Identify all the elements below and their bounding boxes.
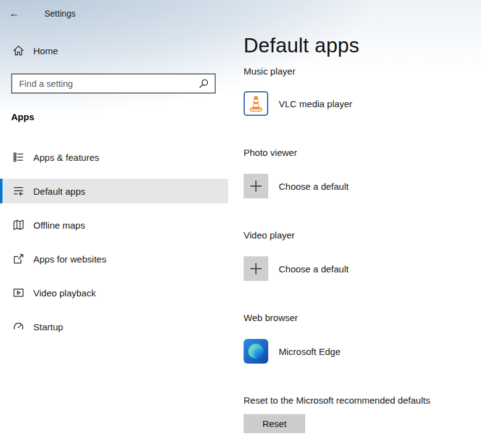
home-icon — [12, 44, 25, 57]
default-app-web-browser[interactable]: Microsoft Edge — [244, 339, 481, 364]
sidebar-item-label: Apps & features — [33, 152, 99, 163]
plus-icon[interactable] — [244, 174, 268, 198]
app-name: Microsoft Edge — [279, 346, 340, 357]
default-app-music-player[interactable]: VLC media player — [244, 91, 481, 116]
back-button[interactable]: ← — [9, 8, 23, 19]
sidebar-item-label: Default apps — [33, 186, 85, 197]
apps-for-websites-icon — [12, 253, 25, 265]
settings-window: ← Settings Home Apps — [0, 0, 481, 448]
sidebar-item-default-apps[interactable]: Default apps — [0, 179, 228, 203]
sidebar-nav: Apps & features Default apps — [0, 145, 228, 339]
sidebar: ← Settings Home Apps — [0, 0, 228, 448]
app-name: Choose a default — [279, 264, 348, 274]
sidebar-item-offline-maps[interactable]: Offline maps — [0, 213, 228, 237]
sidebar-item-label: Offline maps — [33, 220, 85, 230]
app-name: Choose a default — [279, 181, 348, 192]
category-photo-viewer: Photo viewer — [244, 147, 481, 158]
startup-icon — [12, 320, 25, 333]
search-input[interactable] — [19, 79, 198, 89]
sidebar-item-label: Video playback — [33, 288, 96, 298]
home-label: Home — [33, 46, 58, 56]
reset-description: Reset to the Microsoft recommended defau… — [244, 394, 481, 406]
category-web-browser: Web browser — [244, 312, 481, 324]
category-video-player: Video player — [244, 229, 481, 241]
sidebar-item-label: Apps for websites — [33, 254, 106, 264]
plus-icon[interactable] — [244, 256, 268, 281]
sidebar-item-apps-for-websites[interactable]: Apps for websites — [0, 246, 228, 271]
search-icon[interactable] — [198, 78, 209, 89]
page-title: Default apps — [244, 33, 481, 58]
video-playback-icon — [12, 287, 25, 299]
default-app-video-player[interactable]: Choose a default — [244, 256, 481, 281]
edge-icon — [244, 339, 268, 364]
main-content: Default apps Music player VLC media — [228, 0, 481, 448]
category-music-player: Music player — [244, 65, 481, 77]
sidebar-item-apps-features[interactable]: Apps & features — [0, 145, 228, 169]
sidebar-section-apps: Apps — [0, 112, 228, 122]
sidebar-item-home[interactable]: Home — [0, 38, 228, 63]
offline-maps-icon — [12, 219, 25, 231]
app-name: VLC media player — [279, 99, 352, 109]
reset-button[interactable]: Reset — [244, 414, 305, 433]
titlebar: ← Settings — [0, 0, 228, 27]
sidebar-item-startup[interactable]: Startup — [0, 314, 228, 339]
sidebar-item-video-playback[interactable]: Video playback — [0, 280, 228, 305]
sidebar-item-label: Startup — [33, 322, 63, 332]
default-app-photo-viewer[interactable]: Choose a default — [244, 174, 481, 198]
apps-features-icon — [12, 151, 25, 163]
vlc-icon — [244, 91, 268, 116]
default-apps-icon — [12, 185, 25, 197]
search-box — [11, 73, 216, 94]
window-title: Settings — [44, 9, 76, 18]
